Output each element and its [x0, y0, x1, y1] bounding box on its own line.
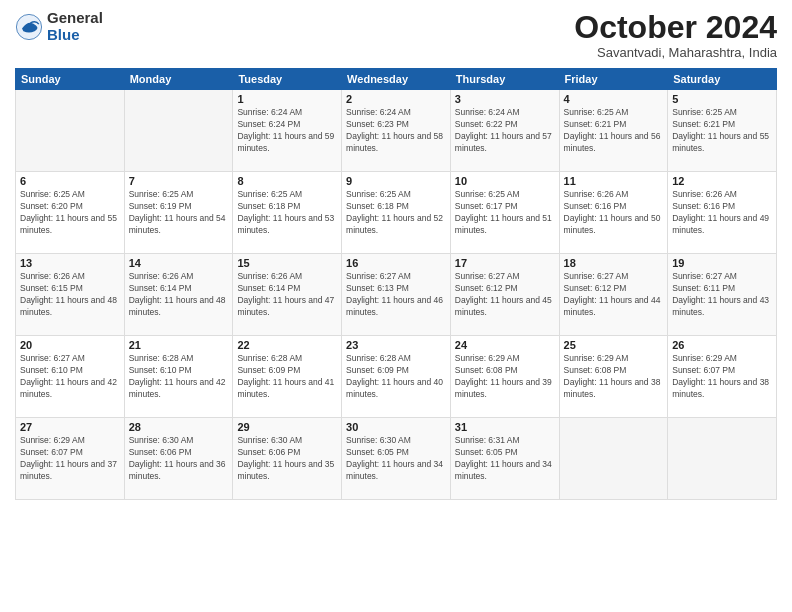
day-header-sunday: Sunday	[16, 69, 125, 90]
day-number: 10	[455, 175, 555, 187]
day-info: Sunrise: 6:27 AMSunset: 6:10 PMDaylight:…	[20, 353, 120, 401]
subtitle: Savantvadi, Maharashtra, India	[574, 45, 777, 60]
day-info: Sunrise: 6:29 AMSunset: 6:08 PMDaylight:…	[455, 353, 555, 401]
calendar-cell: 31Sunrise: 6:31 AMSunset: 6:05 PMDayligh…	[450, 418, 559, 500]
day-number: 27	[20, 421, 120, 433]
logo: General Blue	[15, 10, 103, 43]
day-header-thursday: Thursday	[450, 69, 559, 90]
day-info: Sunrise: 6:25 AMSunset: 6:19 PMDaylight:…	[129, 189, 229, 237]
page: General Blue October 2024 Savantvadi, Ma…	[0, 0, 792, 612]
day-info: Sunrise: 6:24 AMSunset: 6:22 PMDaylight:…	[455, 107, 555, 155]
day-info: Sunrise: 6:29 AMSunset: 6:08 PMDaylight:…	[564, 353, 664, 401]
calendar-cell: 14Sunrise: 6:26 AMSunset: 6:14 PMDayligh…	[124, 254, 233, 336]
calendar-cell: 12Sunrise: 6:26 AMSunset: 6:16 PMDayligh…	[668, 172, 777, 254]
day-info: Sunrise: 6:24 AMSunset: 6:24 PMDaylight:…	[237, 107, 337, 155]
calendar-cell: 9Sunrise: 6:25 AMSunset: 6:18 PMDaylight…	[342, 172, 451, 254]
day-info: Sunrise: 6:30 AMSunset: 6:05 PMDaylight:…	[346, 435, 446, 483]
calendar-cell: 19Sunrise: 6:27 AMSunset: 6:11 PMDayligh…	[668, 254, 777, 336]
header-row: SundayMondayTuesdayWednesdayThursdayFrid…	[16, 69, 777, 90]
calendar-cell	[559, 418, 668, 500]
day-info: Sunrise: 6:27 AMSunset: 6:13 PMDaylight:…	[346, 271, 446, 319]
day-number: 23	[346, 339, 446, 351]
day-header-friday: Friday	[559, 69, 668, 90]
day-number: 21	[129, 339, 229, 351]
day-info: Sunrise: 6:25 AMSunset: 6:21 PMDaylight:…	[672, 107, 772, 155]
calendar-cell: 13Sunrise: 6:26 AMSunset: 6:15 PMDayligh…	[16, 254, 125, 336]
calendar-cell: 27Sunrise: 6:29 AMSunset: 6:07 PMDayligh…	[16, 418, 125, 500]
calendar-cell: 11Sunrise: 6:26 AMSunset: 6:16 PMDayligh…	[559, 172, 668, 254]
day-number: 29	[237, 421, 337, 433]
day-number: 14	[129, 257, 229, 269]
day-info: Sunrise: 6:26 AMSunset: 6:16 PMDaylight:…	[672, 189, 772, 237]
day-info: Sunrise: 6:25 AMSunset: 6:21 PMDaylight:…	[564, 107, 664, 155]
day-info: Sunrise: 6:27 AMSunset: 6:12 PMDaylight:…	[564, 271, 664, 319]
day-info: Sunrise: 6:27 AMSunset: 6:11 PMDaylight:…	[672, 271, 772, 319]
logo-text: General Blue	[47, 10, 103, 43]
calendar-cell: 21Sunrise: 6:28 AMSunset: 6:10 PMDayligh…	[124, 336, 233, 418]
day-number: 24	[455, 339, 555, 351]
day-number: 22	[237, 339, 337, 351]
day-number: 5	[672, 93, 772, 105]
day-info: Sunrise: 6:25 AMSunset: 6:20 PMDaylight:…	[20, 189, 120, 237]
day-info: Sunrise: 6:31 AMSunset: 6:05 PMDaylight:…	[455, 435, 555, 483]
calendar-cell: 28Sunrise: 6:30 AMSunset: 6:06 PMDayligh…	[124, 418, 233, 500]
day-number: 20	[20, 339, 120, 351]
calendar-cell: 6Sunrise: 6:25 AMSunset: 6:20 PMDaylight…	[16, 172, 125, 254]
calendar-cell: 20Sunrise: 6:27 AMSunset: 6:10 PMDayligh…	[16, 336, 125, 418]
day-header-saturday: Saturday	[668, 69, 777, 90]
calendar-cell: 7Sunrise: 6:25 AMSunset: 6:19 PMDaylight…	[124, 172, 233, 254]
day-number: 8	[237, 175, 337, 187]
day-number: 28	[129, 421, 229, 433]
day-info: Sunrise: 6:25 AMSunset: 6:18 PMDaylight:…	[237, 189, 337, 237]
calendar-cell: 26Sunrise: 6:29 AMSunset: 6:07 PMDayligh…	[668, 336, 777, 418]
day-info: Sunrise: 6:26 AMSunset: 6:16 PMDaylight:…	[564, 189, 664, 237]
calendar-cell: 17Sunrise: 6:27 AMSunset: 6:12 PMDayligh…	[450, 254, 559, 336]
day-info: Sunrise: 6:26 AMSunset: 6:14 PMDaylight:…	[129, 271, 229, 319]
day-info: Sunrise: 6:25 AMSunset: 6:17 PMDaylight:…	[455, 189, 555, 237]
day-number: 6	[20, 175, 120, 187]
calendar-cell: 18Sunrise: 6:27 AMSunset: 6:12 PMDayligh…	[559, 254, 668, 336]
week-row-3: 20Sunrise: 6:27 AMSunset: 6:10 PMDayligh…	[16, 336, 777, 418]
day-number: 11	[564, 175, 664, 187]
day-number: 3	[455, 93, 555, 105]
day-number: 7	[129, 175, 229, 187]
calendar-cell: 5Sunrise: 6:25 AMSunset: 6:21 PMDaylight…	[668, 90, 777, 172]
day-number: 13	[20, 257, 120, 269]
calendar-table: SundayMondayTuesdayWednesdayThursdayFrid…	[15, 68, 777, 500]
calendar-cell: 3Sunrise: 6:24 AMSunset: 6:22 PMDaylight…	[450, 90, 559, 172]
logo-blue-text: Blue	[47, 27, 103, 44]
logo-icon	[15, 13, 43, 41]
month-title: October 2024	[574, 10, 777, 45]
calendar-cell	[668, 418, 777, 500]
day-number: 9	[346, 175, 446, 187]
day-number: 1	[237, 93, 337, 105]
calendar-cell: 4Sunrise: 6:25 AMSunset: 6:21 PMDaylight…	[559, 90, 668, 172]
day-number: 19	[672, 257, 772, 269]
calendar-cell: 29Sunrise: 6:30 AMSunset: 6:06 PMDayligh…	[233, 418, 342, 500]
calendar-cell: 15Sunrise: 6:26 AMSunset: 6:14 PMDayligh…	[233, 254, 342, 336]
logo-general-text: General	[47, 10, 103, 27]
day-info: Sunrise: 6:29 AMSunset: 6:07 PMDaylight:…	[20, 435, 120, 483]
calendar-cell: 8Sunrise: 6:25 AMSunset: 6:18 PMDaylight…	[233, 172, 342, 254]
week-row-2: 13Sunrise: 6:26 AMSunset: 6:15 PMDayligh…	[16, 254, 777, 336]
calendar-cell: 25Sunrise: 6:29 AMSunset: 6:08 PMDayligh…	[559, 336, 668, 418]
day-info: Sunrise: 6:26 AMSunset: 6:14 PMDaylight:…	[237, 271, 337, 319]
day-info: Sunrise: 6:28 AMSunset: 6:09 PMDaylight:…	[237, 353, 337, 401]
day-number: 16	[346, 257, 446, 269]
title-area: October 2024 Savantvadi, Maharashtra, In…	[574, 10, 777, 60]
calendar-cell: 24Sunrise: 6:29 AMSunset: 6:08 PMDayligh…	[450, 336, 559, 418]
week-row-4: 27Sunrise: 6:29 AMSunset: 6:07 PMDayligh…	[16, 418, 777, 500]
calendar-cell: 2Sunrise: 6:24 AMSunset: 6:23 PMDaylight…	[342, 90, 451, 172]
day-number: 12	[672, 175, 772, 187]
day-info: Sunrise: 6:30 AMSunset: 6:06 PMDaylight:…	[237, 435, 337, 483]
day-number: 25	[564, 339, 664, 351]
day-header-wednesday: Wednesday	[342, 69, 451, 90]
day-number: 30	[346, 421, 446, 433]
day-number: 18	[564, 257, 664, 269]
day-number: 2	[346, 93, 446, 105]
day-info: Sunrise: 6:28 AMSunset: 6:10 PMDaylight:…	[129, 353, 229, 401]
calendar-cell: 30Sunrise: 6:30 AMSunset: 6:05 PMDayligh…	[342, 418, 451, 500]
calendar-cell	[16, 90, 125, 172]
day-number: 4	[564, 93, 664, 105]
calendar-cell: 16Sunrise: 6:27 AMSunset: 6:13 PMDayligh…	[342, 254, 451, 336]
